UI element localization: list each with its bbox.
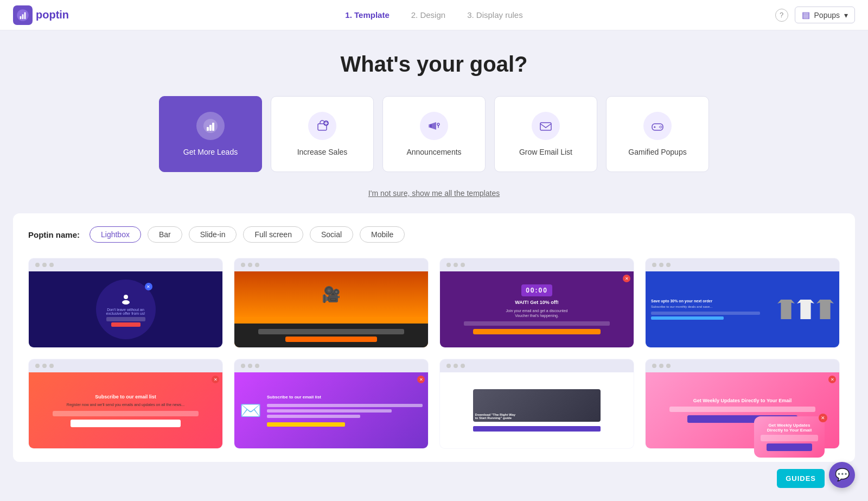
dot xyxy=(666,263,671,267)
nav-steps: 1. Template 2. Design 3. Display rules xyxy=(345,10,522,20)
template-card-body: ✕ 🎥 xyxy=(234,271,428,347)
show-all-templates-link[interactable]: I'm not sure, show me all the templates xyxy=(368,189,500,198)
goal-card-gamified-popups[interactable]: Gamified Popups xyxy=(606,96,709,172)
goal-card-grow-email-list[interactable]: Grow Email List xyxy=(494,96,597,172)
main-content: What's your goal? Get More Leads xyxy=(0,30,868,473)
template-card-header xyxy=(234,258,428,271)
template-card-body: ✕ ✉️ Subscribe to our email list xyxy=(234,372,428,448)
shirt-icon xyxy=(797,300,814,319)
template-card[interactable]: ✕ 🎥 xyxy=(234,258,429,348)
template-card[interactable]: Download "The Right Wayto Start Running"… xyxy=(439,359,634,449)
dot xyxy=(446,263,451,267)
dot xyxy=(659,364,663,368)
dot xyxy=(446,364,451,368)
logo[interactable]: poptin xyxy=(13,5,69,25)
filter-section: Poptin name: Lightbox Bar Slide-in Full … xyxy=(13,213,855,462)
template-card-header xyxy=(646,359,839,372)
filter-mobile[interactable]: Mobile xyxy=(360,226,405,243)
close-icon: ✕ xyxy=(212,376,219,383)
dot xyxy=(248,263,252,267)
show-all-link: I'm not sure, show me all the templates xyxy=(11,188,857,198)
goal-card-label: Get More Leads xyxy=(183,148,238,156)
dot xyxy=(35,263,40,267)
goal-card-label: Gamified Popups xyxy=(628,148,686,156)
svg-rect-7 xyxy=(209,125,212,131)
dot xyxy=(49,263,54,267)
goal-card-label: Increase Sales xyxy=(297,148,348,156)
filter-bar[interactable]: Bar xyxy=(148,226,182,243)
filter-slide-in[interactable]: Slide-in xyxy=(189,226,237,243)
floating-card[interactable]: ✕ Get Weekly Updates Directly to Your Em… xyxy=(754,416,825,458)
popups-icon: ▤ xyxy=(802,10,810,20)
submit-button xyxy=(71,420,180,427)
template-card-body: Save upto 30% on your next order Subscri… xyxy=(646,271,839,347)
nav-step-display-rules[interactable]: 3. Display rules xyxy=(467,10,523,20)
popups-button[interactable]: ▤ Popups ▾ xyxy=(795,7,855,23)
template-card[interactable]: Save upto 30% on your next order Subscri… xyxy=(645,258,840,348)
template-card-body: ✕ Subscribe to our email list Register n… xyxy=(29,372,222,448)
preview-orange-cinema: ✕ 🎥 xyxy=(234,271,428,347)
nav-step-template[interactable]: 1. Template xyxy=(345,10,389,20)
goal-card-label: Grow Email List xyxy=(519,148,572,156)
preview-red-email: ✕ Subscribe to our email list Register n… xyxy=(29,372,222,448)
template-card-body: Download "The Right Wayto Start Running"… xyxy=(440,372,634,448)
template-card[interactable]: ✕ ✉️ Subscribe to our email list xyxy=(234,359,429,449)
dot xyxy=(659,263,663,267)
preview-dark-circle: ✕ Don't leave without an exclusive offer… xyxy=(29,271,222,347)
preview-text: Get Weekly Updates Directly to Your Emai… xyxy=(693,398,792,403)
dot xyxy=(42,364,47,368)
leads-icon xyxy=(196,112,225,140)
svg-rect-19 xyxy=(654,127,656,128)
svg-rect-12 xyxy=(429,124,431,128)
template-card-header xyxy=(440,258,634,271)
template-card-header xyxy=(440,359,634,372)
nav-step-design[interactable]: 2. Design xyxy=(411,10,445,20)
preview-purple-envelope: ✕ ✉️ Subscribe to our email list xyxy=(234,372,428,448)
announcements-icon xyxy=(420,112,448,140)
chevron-down-icon: ▾ xyxy=(844,11,848,20)
template-card[interactable]: ✕ Don't leave without an exclusive offer… xyxy=(28,258,223,348)
header-right: ? ▤ Popups ▾ xyxy=(775,7,855,23)
svg-point-21 xyxy=(122,300,130,305)
dot xyxy=(35,364,40,368)
chat-icon: 💬 xyxy=(835,468,850,482)
gamified-icon xyxy=(643,112,672,140)
close-icon: ✕ xyxy=(828,376,836,383)
submit-button xyxy=(285,337,377,342)
goal-card-announcements[interactable]: Announcements xyxy=(382,96,486,172)
svg-rect-6 xyxy=(207,127,209,131)
filter-lightbox[interactable]: Lightbox xyxy=(90,226,141,243)
floating-input xyxy=(761,435,818,441)
chat-button[interactable]: 💬 xyxy=(829,462,855,488)
input-field xyxy=(53,411,199,416)
dot xyxy=(454,263,458,267)
close-icon[interactable]: ✕ xyxy=(819,414,827,422)
help-button[interactable]: ? xyxy=(775,9,788,22)
header: poptin 1. Template 2. Design 3. Display … xyxy=(0,0,868,30)
goal-card-increase-sales[interactable]: Increase Sales xyxy=(271,96,374,172)
guides-button[interactable]: GUIDES xyxy=(777,469,825,488)
template-card-header xyxy=(29,359,222,372)
input-field xyxy=(669,407,816,412)
template-card[interactable]: ✕ 00:00 WAIT! Get 10% off! Join your ema… xyxy=(439,258,634,348)
filter-social[interactable]: Social xyxy=(310,226,353,243)
goal-card-get-more-leads[interactable]: Get More Leads xyxy=(159,96,262,172)
template-card[interactable]: ✕ Subscribe to our email list Register n… xyxy=(28,359,223,449)
preview-image: Download "The Right Wayto Start Running"… xyxy=(473,389,601,422)
preview-text: Subscribe to our email list xyxy=(267,395,423,427)
input-field xyxy=(258,329,405,334)
preview-purple-timer: ✕ 00:00 WAIT! Get 10% off! Join your ema… xyxy=(440,271,634,347)
shirt-icon xyxy=(816,300,834,319)
dot xyxy=(255,263,259,267)
dot xyxy=(652,263,656,267)
dot xyxy=(454,364,458,368)
svg-rect-3 xyxy=(22,14,24,19)
dot xyxy=(49,364,54,368)
svg-rect-8 xyxy=(212,123,214,131)
filter-full-screen[interactable]: Full screen xyxy=(243,226,303,243)
preview-text: Subscribe to our email list xyxy=(95,394,156,399)
dot xyxy=(42,263,47,267)
dot xyxy=(241,263,245,267)
floating-submit xyxy=(767,443,813,451)
goal-card-label: Announcements xyxy=(406,148,461,156)
